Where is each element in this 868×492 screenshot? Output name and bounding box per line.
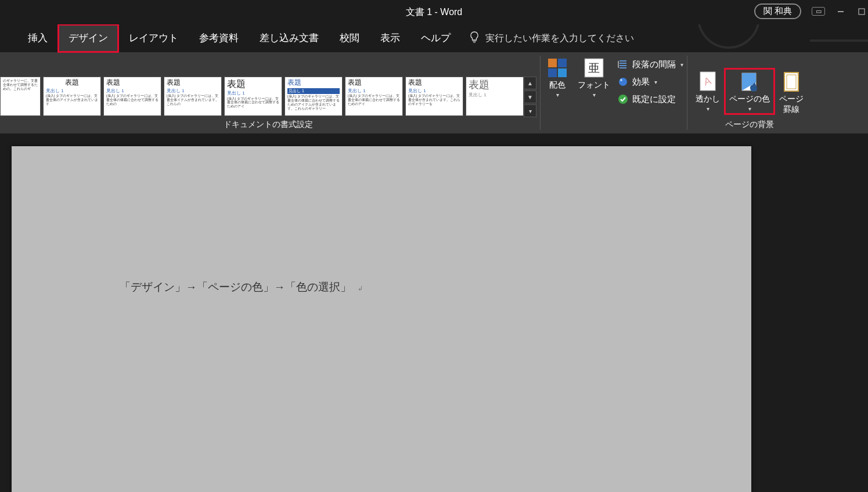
theme-thumb[interactable]: 表題 見出し 1 [挿入] タブのギャラリーには、文書全体の体裁に合わせて調整す… <box>345 77 403 116</box>
tab-layout[interactable]: レイアウト <box>118 24 189 52</box>
group-document-formatting: のギャラリーに、文書全体わせて調整するための。これらのギ 表題 見出し 1 [挿… <box>0 52 539 133</box>
theme-thumb[interactable]: 表題 見出し 1 [挿入] タブのギャラリーには、文書全体の体裁に合わせて調整す… <box>103 77 161 116</box>
separator <box>540 56 541 130</box>
tab-view[interactable]: 表示 <box>370 24 410 52</box>
colors-button[interactable]: 配色 ▾ <box>542 55 573 100</box>
separator <box>687 56 687 130</box>
page-color-icon <box>739 71 761 93</box>
lightbulb-icon <box>469 31 480 45</box>
ribbon-display-options-button[interactable]: ▭ <box>812 7 825 16</box>
page-borders-icon <box>780 71 802 93</box>
chevron-down-icon: ▾ <box>654 79 657 85</box>
ribbon-options-icon: ▭ <box>816 8 821 15</box>
svg-text:亜: 亜 <box>588 62 600 74</box>
page-borders-button[interactable]: ページ罫線 <box>775 68 808 117</box>
document-page[interactable]: 「デザイン」→「ページの色」→「色の選択」 ↲ <box>12 146 751 492</box>
group-label-page-background: ページの背景 <box>725 117 774 130</box>
chevron-down-icon: ▾ <box>707 106 709 112</box>
ribbon: のギャラリーに、文書全体わせて調整するための。これらのギ 表題 見出し 1 [挿… <box>0 52 868 133</box>
user-name: 関 和典 <box>763 6 792 17</box>
fonts-button[interactable]: 亜 フォント ▾ <box>573 55 615 100</box>
theme-thumb[interactable]: 表題 見出し 1 [挿入] タブのギャラリーには、文書全体の体裁に合わせて調整す… <box>224 77 282 116</box>
tab-references[interactable]: 参考資料 <box>189 24 249 52</box>
chevron-down-icon: ▾ <box>680 62 683 68</box>
gallery-more-button[interactable]: ▾ <box>524 104 536 117</box>
paragraph-spacing-icon <box>617 59 629 70</box>
theme-thumb[interactable]: 表題 見出し 1 [挿入] タブのギャラリーには、文書全体のアイテムが含まれてい… <box>43 77 101 116</box>
page-color-button[interactable]: ページの色 ▾ <box>725 68 775 114</box>
chevron-down-icon: ▾ <box>748 106 751 112</box>
maximize-icon <box>858 8 865 15</box>
chevron-down-icon: ▾ <box>556 92 559 98</box>
paragraph-spacing-button[interactable]: 段落の間隔 ▾ <box>615 56 686 73</box>
effects-icon <box>617 76 629 88</box>
theme-thumb[interactable]: 表題 見出し 1 [挿入] タブのギャラリーには、文書全体が含まれています。これ… <box>405 77 463 116</box>
theme-thumb[interactable]: のギャラリーに、文書全体わせて調整するための。これらのギ <box>0 77 41 116</box>
theme-gallery[interactable]: のギャラリーに、文書全体わせて調整するための。これらのギ 表題 見出し 1 [挿… <box>0 75 524 116</box>
svg-point-15 <box>618 95 628 104</box>
watermark-button[interactable]: A 透かし ▾ <box>691 68 725 114</box>
gallery-down-button[interactable]: ▼ <box>524 91 536 103</box>
theme-thumb[interactable]: 表題 見出し 1 [挿入] タブのギャラリーには、文書全体の体裁に合わせて調整す… <box>284 77 343 116</box>
minimize-icon <box>837 8 845 16</box>
more-icon: ▾ <box>529 108 532 114</box>
svg-point-14 <box>620 79 622 81</box>
set-as-default-button[interactable]: 既定に設定 <box>615 91 686 108</box>
tab-mailings[interactable]: 差し込み文書 <box>249 24 329 52</box>
checkmark-icon <box>617 93 629 105</box>
document-text[interactable]: 「デザイン」→「ページの色」→「色の選択」 <box>120 281 351 293</box>
minimize-button[interactable] <box>835 6 846 17</box>
title-bar: 文書 1 - Word 関 和典 ▭ <box>0 0 868 24</box>
svg-rect-4 <box>859 9 865 15</box>
group-label-document-formatting: ドキュメントの書式設定 <box>224 117 313 130</box>
svg-point-13 <box>619 78 627 86</box>
colors-icon <box>546 57 568 79</box>
group-page-background: A 透かし ▾ ページの色 ▾ ページ罫線 ページの背景 <box>689 52 809 133</box>
gallery-up-button[interactable]: ▲ <box>524 77 536 89</box>
chevron-down-icon: ▼ <box>527 94 533 100</box>
account-button[interactable]: 関 和典 <box>754 3 801 19</box>
tab-insert[interactable]: 挿入 <box>17 24 58 52</box>
theme-thumb[interactable]: 表題 見出し 1 <box>466 77 524 116</box>
window-title: 文書 1 - Word <box>406 6 463 19</box>
fonts-icon: 亜 <box>583 57 605 79</box>
chevron-down-icon: ▾ <box>593 92 596 98</box>
tell-me-search[interactable]: 実行したい作業を入力してください <box>461 24 642 52</box>
watermark-icon: A <box>697 71 719 93</box>
svg-rect-8 <box>558 59 567 67</box>
tell-me-placeholder: 実行したい作業を入力してください <box>485 32 634 45</box>
gallery-scroll: ▲ ▼ ▾ <box>524 75 536 117</box>
document-workspace[interactable]: 「デザイン」→「ページの色」→「色の選択」 ↲ <box>0 133 868 492</box>
effects-button[interactable]: 効果 ▾ <box>615 73 686 91</box>
ribbon-tabs: 挿入 デザイン レイアウト 参考資料 差し込み文書 校閲 表示 ヘルプ 実行した… <box>0 24 868 52</box>
tab-review[interactable]: 校閲 <box>329 24 370 52</box>
chevron-up-icon: ▲ <box>527 80 533 86</box>
tab-help[interactable]: ヘルプ <box>410 24 461 52</box>
svg-rect-9 <box>548 68 557 77</box>
svg-rect-10 <box>558 68 567 77</box>
paragraph-mark-icon: ↲ <box>358 285 363 292</box>
svg-rect-7 <box>548 59 557 67</box>
theme-thumb[interactable]: 表題 見出し 1 [挿入] タブのギャラリーには、文書全体イテムが含まれています… <box>164 77 222 116</box>
maximize-button[interactable] <box>856 6 867 17</box>
tab-design[interactable]: デザイン <box>58 24 118 52</box>
